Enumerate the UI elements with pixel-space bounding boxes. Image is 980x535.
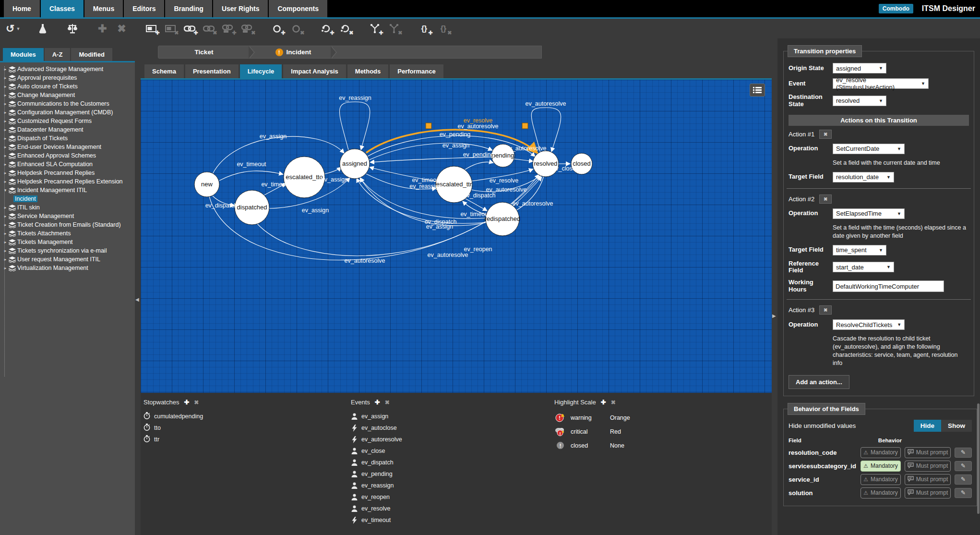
highlight-item[interactable]: !criticalRed (554, 425, 653, 438)
event-item[interactable]: ev_pending (351, 468, 402, 480)
module-item[interactable]: ▸Change Management (2, 91, 135, 99)
hide-button[interactable]: Hide (914, 420, 941, 432)
tree-collapsed-icon[interactable]: ▸ (2, 145, 9, 149)
tree-collapsed-icon[interactable]: ▸ (2, 240, 9, 244)
tree-collapsed-icon[interactable]: ▸ (2, 170, 9, 175)
module-item[interactable]: ▸Approval prerequisites (2, 73, 135, 82)
add-class-icon[interactable]: ✚ (144, 21, 158, 37)
nav-tab-user-rights[interactable]: User Rights (213, 0, 268, 17)
tab-methods[interactable]: Methods (347, 64, 388, 78)
module-item[interactable]: ▸Datacenter Management (2, 125, 135, 134)
add-transition-icon[interactable]: ✚ (319, 21, 333, 37)
target-field-select[interactable]: resolution_date▼ (833, 172, 894, 182)
must-prompt-button[interactable]: Must prompt (905, 487, 951, 499)
highlight-item[interactable]: !closedNone (554, 438, 653, 452)
tree-collapsed-icon[interactable]: ▸ (2, 101, 9, 106)
selection-handle[interactable] (522, 123, 528, 129)
lifecycle-canvas[interactable]: newdispatchedescalated_ttoassignedescala… (141, 80, 772, 393)
collapse-right-icon[interactable]: ▶ (772, 313, 776, 318)
event-item[interactable]: ev_reassign (351, 480, 402, 491)
nav-tab-classes[interactable]: Classes (41, 0, 84, 17)
tree-collapsed-icon[interactable]: ▸ (2, 93, 9, 97)
test-flask-icon[interactable] (36, 21, 50, 37)
module-item[interactable]: ▸Enhanced SLA Computation (2, 160, 135, 169)
tree-collapsed-icon[interactable]: ▸ (2, 257, 9, 262)
sidebar-tab-modules[interactable]: Modules (3, 48, 44, 61)
transition-ev_dispatch[interactable] (464, 198, 487, 211)
tree-collapsed-icon[interactable]: ▸ (2, 205, 9, 210)
collapse-left-icon[interactable]: ◀ (135, 297, 139, 302)
transition-ev_assign[interactable] (213, 136, 344, 174)
nav-tab-editors[interactable]: Editors (124, 0, 164, 17)
nav-tab-branding[interactable]: Branding (165, 0, 212, 17)
legend-toggle-button[interactable] (750, 84, 765, 97)
module-item[interactable]: ▸Virtualization Management (2, 264, 135, 272)
event-item[interactable]: ev_timeout (351, 514, 402, 526)
close-icon[interactable]: ✖ (611, 399, 616, 406)
add-link-icon[interactable]: ✚ (182, 21, 197, 37)
sidebar-tab-a-z[interactable]: A-Z (45, 48, 71, 61)
module-item[interactable]: ▸End-user Devices Management (2, 143, 135, 151)
close-icon[interactable]: ✖ (194, 399, 199, 406)
close-icon[interactable]: ✖ (385, 399, 390, 406)
transition-ev_autoresolve[interactable] (514, 159, 533, 161)
operation-select[interactable]: SetElapsedTime▼ (833, 208, 905, 219)
must-prompt-button[interactable]: Must prompt (905, 474, 951, 485)
stopwatch-item[interactable]: tto (143, 422, 203, 434)
tree-collapsed-icon[interactable]: ▸ (2, 136, 9, 141)
remove-action-button[interactable]: ✖ (819, 305, 832, 315)
must-prompt-button[interactable]: Must prompt (905, 447, 951, 458)
tab-schema[interactable]: Schema (144, 64, 184, 78)
module-item[interactable]: ▸Service Management (2, 212, 135, 220)
show-button[interactable]: Show (941, 420, 972, 432)
tree-collapsed-icon[interactable]: ▸ (2, 231, 9, 236)
module-item[interactable]: ▸Tickets Attachments (2, 229, 135, 238)
module-item[interactable]: ▸Dispatch of Tickets (2, 134, 135, 143)
nav-tab-components[interactable]: Components (269, 0, 327, 17)
module-item[interactable]: ▸Customized Request Forms (2, 117, 135, 125)
tree-collapsed-icon[interactable]: ▸ (2, 214, 9, 219)
event-item[interactable]: ev_autoresolve (351, 434, 402, 445)
tab-lifecycle[interactable]: Lifecycle (240, 64, 282, 78)
module-item[interactable]: ▸Enhanced Approval Schemes (2, 151, 135, 160)
destination-state-select[interactable]: resolved▼ (833, 96, 886, 106)
reference-field-select[interactable]: start_date▼ (833, 262, 894, 272)
transition-ev_assign[interactable] (325, 167, 341, 174)
left-splitter[interactable]: ◀ (135, 38, 141, 535)
origin-state-select[interactable]: assigned▼ (833, 63, 886, 73)
tree-collapsed-icon[interactable]: ▸ (2, 110, 9, 115)
tree-collapsed-icon[interactable]: ▸ (2, 153, 9, 158)
event-item[interactable]: ev_resolve (351, 503, 402, 514)
tree-collapsed-icon[interactable]: ▸ (2, 75, 9, 80)
edit-pencil-button[interactable]: ✎ (955, 461, 972, 471)
state-machine-diagram[interactable]: newdispatchedescalated_ttoassignedescala… (141, 80, 772, 393)
breadcrumb-item-ticket[interactable]: Ticket (158, 46, 250, 58)
operation-select[interactable]: ResolveChildTickets▼ (833, 319, 905, 330)
compare-scales-icon[interactable] (65, 21, 80, 37)
stopwatch-item[interactable]: cumulatedpending (143, 411, 203, 422)
target-field-select[interactable]: time_spent▼ (833, 245, 886, 255)
undo-icon[interactable]: ↺▼ (6, 21, 20, 37)
module-item[interactable]: ▸Auto closure of Tickets (2, 82, 135, 91)
stopwatch-item[interactable]: ttr (143, 434, 203, 445)
transition-ev_reassign[interactable] (339, 102, 370, 150)
working-hours-input[interactable] (833, 280, 944, 292)
mandatory-button[interactable]: ⚠Mandatory (860, 461, 901, 472)
add-method-icon[interactable]: { }✚ (417, 21, 431, 37)
module-item[interactable]: ▸Helpdesk Precanned Replies Extension (2, 177, 135, 186)
module-item[interactable]: ▸Tickets Management (2, 238, 135, 246)
add-relation-icon[interactable]: ✚ (368, 21, 382, 37)
highlight-item[interactable]: !warningOrange (554, 411, 653, 425)
tree-expanded-icon[interactable]: ▾ (2, 188, 9, 193)
event-item[interactable]: ev_dispatch (351, 457, 402, 468)
tab-performance[interactable]: Performance (390, 64, 443, 78)
remove-action-button[interactable]: ✖ (819, 195, 832, 204)
module-item[interactable]: ▸Communications to the Customers (2, 99, 135, 108)
add-action-button[interactable]: Add an action... (789, 375, 849, 389)
event-item[interactable]: ev_autoclose (351, 422, 402, 434)
module-item[interactable]: ▸Helpdesk Precanned Replies (2, 169, 135, 177)
module-item[interactable]: ▸Configuration Management (CMDB) (2, 108, 135, 117)
tree-collapsed-icon[interactable]: ▸ (2, 222, 9, 227)
must-prompt-button[interactable]: Must prompt (905, 461, 951, 472)
add-icon[interactable]: ✚ (375, 399, 380, 406)
